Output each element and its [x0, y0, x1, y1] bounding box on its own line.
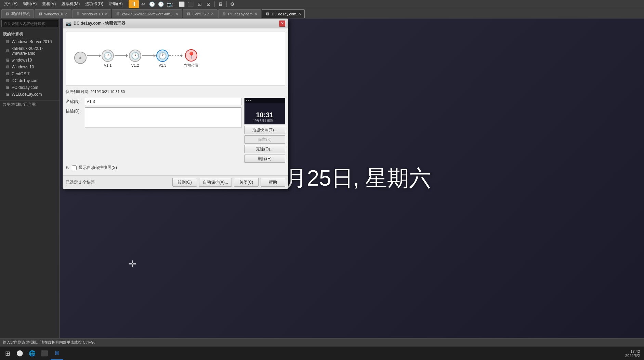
toolbar-btn-1[interactable]: ↩ [139, 0, 148, 8]
sidebar-item-dc-de1ay[interactable]: 🖥 DC.de1ay.com [0, 77, 60, 84]
tab-my-computer[interactable]: 🖥 我的计算机 [1, 9, 34, 18]
sidebar-group-my-computer: 我的计算机 🖥 Windows Server 2016 🖥 kali-linux… [0, 29, 60, 99]
toolbar-btn-3[interactable]: 🕐 [157, 0, 166, 8]
snapshot-v1-3-node[interactable]: 🕐 V1.3 [156, 50, 169, 67]
toolbar-separator-2 [176, 1, 176, 7]
pause-button[interactable]: ⏸ [129, 0, 139, 8]
sidebar-label-web-de1ay: WEB.de1ay.com [12, 92, 42, 97]
sidebar-item-windows10[interactable]: 🖥 windows10 [0, 57, 60, 64]
snapshot-current-node[interactable]: 📍 当前位置 [184, 49, 199, 68]
preview-dot-2 [248, 100, 249, 101]
snapshot-start-node[interactable]: ● [74, 52, 87, 65]
sidebar-item-windows10-2[interactable]: 🖥 Windows 10 [0, 64, 60, 70]
delete-button[interactable]: 删除(E) [244, 155, 285, 163]
sidebar-label-windows10: windows10 [12, 58, 32, 63]
help-button[interactable]: 帮助 [261, 178, 285, 187]
menu-tabs[interactable]: 选项卡(D) [82, 0, 106, 8]
sidebar-item-web-de1ay[interactable]: 🖥 WEB.de1ay.com [0, 91, 60, 98]
tab-centos7[interactable]: 🖥 CentOS 7 ✕ [183, 9, 218, 18]
tab-close-windows10-1[interactable]: ✕ [65, 12, 68, 16]
sidebar-label-dc-de1ay: DC.de1ay.com [12, 78, 38, 83]
tab-close-dc-de1ay[interactable]: ✕ [298, 12, 301, 16]
fullscreen-button[interactable]: ⬜ [178, 0, 186, 8]
taskbar-time-value: 17:42 [625, 349, 640, 354]
desc-label: 描述(D): [66, 107, 85, 114]
snapshot-current-label: 当前位置 [184, 63, 199, 68]
tab-close-windows10-2[interactable]: ✕ [105, 12, 107, 16]
taskbar: ⊞ ⚪ 🌐 ⬛ 🖥 17:42 2022/6/2 [0, 346, 644, 360]
snapshot-manager-dialog: 📷 DC.de1ay.com · 快照管理器 ✕ ● [63, 18, 288, 189]
snapshot-time-label: 快照创建时间: [66, 90, 89, 94]
fit-button[interactable]: ⊡ [195, 0, 204, 8]
close-dialog-button[interactable]: 关闭(C) [234, 178, 259, 187]
start-button[interactable]: ⊞ [1, 347, 14, 360]
clone-button[interactable]: 克隆(O)... [244, 145, 285, 153]
tab-icon-dc-de1ay: 🖥 [265, 12, 270, 16]
sidebar-item-windows-server-2016[interactable]: 🖥 Windows Server 2016 [0, 38, 60, 45]
menu-file[interactable]: 文件(F) [1, 0, 20, 8]
sidebar-label-centos7: CentOS 7 [12, 71, 30, 76]
tab-close-pc-de1ay[interactable]: ✕ [254, 12, 257, 16]
dialog-actions: 转到(G) 自动保护(A)... 关闭(C) 帮助 [172, 178, 285, 187]
sidebar-label-pc-de1ay: PC.de1ay.com [12, 85, 38, 90]
tab-windows10-2[interactable]: 🖥 Windows 10 ✕ [72, 9, 111, 18]
taskbar-icon-vmware[interactable]: 🖥 [51, 347, 63, 360]
goto-button[interactable]: 转到(G) [172, 178, 197, 187]
refresh-icon[interactable]: ↻ [66, 165, 70, 171]
dialog-close-button[interactable]: ✕ [279, 21, 285, 27]
taskbar-icon-taskview[interactable]: ⬛ [38, 347, 51, 360]
tab-label-dc-de1ay: DC.de1ay.com [272, 12, 296, 16]
display-button[interactable]: 🖥 [216, 0, 225, 8]
sidebar-item-kali-linux[interactable]: 🖥 kali-linux-2022.1-vmware-amd [0, 45, 60, 57]
tab-kali[interactable]: 🖥 kali-linux-2022.1-vmware-am... ✕ [112, 9, 182, 18]
tab-close-kali[interactable]: ✕ [175, 12, 178, 16]
sidebar-item-pc-de1ay[interactable]: 🖥 PC.de1ay.com [0, 84, 60, 91]
taskbar-icon-search[interactable]: ⚪ [14, 347, 26, 360]
auto-protect-button[interactable]: 自动保护(A)... [199, 178, 232, 187]
snapshot-preview-thumbnail: 10:31 10月21日 星期一 [244, 98, 285, 124]
checkbox-area: ↻ 显示自动保护快照(S) [66, 165, 285, 171]
preview-time: 10:31 [256, 111, 273, 118]
tab-label-my-computer: 我的计算机 [11, 11, 30, 16]
unity-button[interactable]: ⬛ [186, 0, 195, 8]
snapshot-v1-2-label: V1.2 [131, 63, 139, 67]
vm-icon-windows10-2: 🖥 [5, 65, 10, 69]
menu-edit[interactable]: 编辑(E) [20, 0, 39, 8]
toolbar-btn-4[interactable]: 📷 [166, 0, 174, 8]
dialog-title-icon: 📷 [66, 21, 71, 26]
taskbar-icon-edge[interactable]: 🌐 [26, 347, 38, 360]
sidebar: 我的计算机 🖥 Windows Server 2016 🖥 kali-linux… [0, 18, 60, 338]
tab-pc-de1ay[interactable]: 🖥 PC.de1ay.com ✕ [218, 9, 261, 18]
arrow-1 [87, 55, 101, 56]
tab-bar: 🖥 我的计算机 🖥 windows10 ✕ 🖥 Windows 10 ✕ 🖥 k… [0, 8, 644, 18]
settings-button[interactable]: ⚙ [228, 0, 237, 8]
menu-view[interactable]: 查看(V) [39, 0, 58, 8]
stretch-button[interactable]: ⊠ [204, 0, 213, 8]
save-button[interactable]: 保留(K) [244, 135, 285, 144]
desc-textarea[interactable] [85, 107, 241, 128]
tab-dc-de1ay[interactable]: 🖥 DC.de1ay.com ✕ [262, 9, 305, 18]
snapshot-v1-2-node[interactable]: 🕐 V1.2 [129, 50, 141, 67]
preview-title-bar [245, 98, 285, 103]
snapshot-v1-2-circle: 🕐 [129, 50, 141, 62]
snapshot-v1-1-node[interactable]: 🕐 V1.1 [102, 50, 114, 67]
menu-separator [127, 1, 127, 7]
auto-protect-checkbox[interactable] [72, 165, 77, 170]
snapshot-time-bar: 快照创建时间: 2019/10/21 10:31:50 [66, 89, 285, 95]
snapshot-v1-1-circle: 🕐 [102, 50, 114, 62]
dialog-title-text: DC.de1ay.com · 快照管理器 [74, 21, 279, 26]
menu-vm[interactable]: 虚拟机(M) [58, 0, 82, 8]
auto-protect-label: 显示自动保护快照(S) [79, 165, 117, 171]
toolbar-btn-2[interactable]: 🕐 [148, 0, 157, 8]
snapshot-v1-3-label: V1.3 [159, 63, 167, 67]
sidebar-label-windows10-2: Windows 10 [12, 65, 34, 69]
take-snapshot-button[interactable]: 拍摄快照(T)... [244, 126, 285, 134]
tab-icon-windows10-2: 🖥 [76, 12, 80, 16]
tab-windows10-1[interactable]: 🖥 windows10 ✕ [35, 9, 71, 18]
sidebar-item-centos7[interactable]: 🖥 CentOS 7 [0, 70, 60, 77]
sidebar-search-area [0, 18, 60, 29]
name-input[interactable] [85, 98, 241, 105]
tab-close-centos7[interactable]: ✕ [211, 12, 214, 16]
menu-help[interactable]: 帮助(H) [106, 0, 126, 8]
search-input[interactable] [1, 20, 58, 27]
